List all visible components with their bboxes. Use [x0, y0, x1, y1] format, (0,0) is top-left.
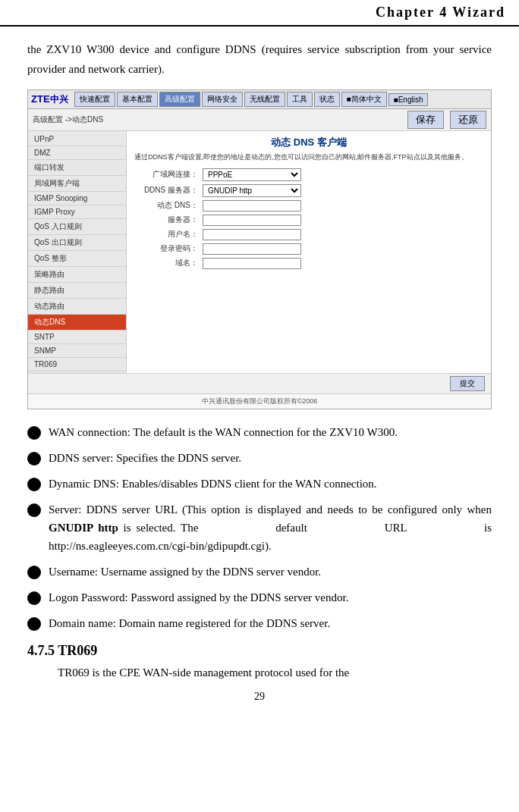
- label-password: 登录密码：: [134, 243, 203, 254]
- sidebar-item-qos-ingress[interactable]: QoS 入口规则: [28, 219, 126, 235]
- bullet-icon: [27, 426, 41, 440]
- sidebar-item-qos-shaping[interactable]: QoS 整形: [28, 251, 126, 267]
- label-ddns-server: DDNS 服务器：: [134, 185, 203, 196]
- bullet-text-logon-password: Logon Password: Password assigned by the…: [49, 588, 492, 607]
- tr069-paragraph: TR069 is the CPE WAN-side management pro…: [27, 663, 492, 683]
- router-topbar: ZTE中兴 快速配置 基本配置 高级配置 网络安全 无线配置 工具 状态 ■简体…: [28, 90, 491, 109]
- sidebar-item-port-forward[interactable]: 端口转发: [28, 160, 126, 176]
- bullet-icon: [27, 503, 41, 517]
- list-item: Username: Username assigned by the DDNS …: [27, 563, 492, 581]
- router-copyright: 中兴通讯股份有限公司版权所有©2006: [28, 393, 491, 409]
- label-wan: 广域网连接：: [134, 169, 203, 180]
- sidebar-item-qos-egress[interactable]: QoS 出口规则: [28, 235, 126, 251]
- router-logo: ZTE中兴: [31, 93, 68, 106]
- label-domain: 域名：: [134, 258, 203, 268]
- nav-status[interactable]: 状态: [314, 92, 340, 107]
- sidebar-item-sntp[interactable]: SNTP: [28, 331, 126, 344]
- chapter-title: Chapter 4 Wizard: [376, 5, 505, 20]
- form-row-password: 登录密码：: [134, 243, 483, 255]
- sidebar-item-igmp-proxy[interactable]: IGMP Proxy: [28, 205, 126, 219]
- select-wan[interactable]: PPPoE: [203, 168, 301, 181]
- form-row-username: 用户名：: [134, 229, 483, 240]
- sidebar-item-policy-routing[interactable]: 策略路由: [28, 267, 126, 283]
- input-server[interactable]: [203, 215, 301, 226]
- sidebar-item-ddns[interactable]: 动态DNS: [28, 315, 126, 331]
- select-ddns-server[interactable]: GNUDIP http: [203, 184, 301, 197]
- form-row-ddns-server: DDNS 服务器： GNUDIP http: [134, 184, 483, 197]
- sidebar-item-dmz[interactable]: DMZ: [28, 146, 126, 160]
- label-dynamic-dns: 动态 DNS：: [134, 200, 203, 211]
- form-row-domain: 域名：: [134, 258, 483, 269]
- input-password[interactable]: [203, 243, 301, 255]
- form-row-dynamic-dns: 动态 DNS：: [134, 200, 483, 212]
- bullet-icon: [27, 566, 41, 579]
- nav-tools[interactable]: 工具: [287, 92, 313, 107]
- input-username[interactable]: [203, 229, 301, 240]
- sidebar-item-igmp-snooping[interactable]: IGMP Snooping: [28, 192, 126, 205]
- router-footer: 提交: [28, 373, 491, 393]
- page-header: Chapter 4 Wizard: [0, 0, 519, 27]
- label-username: 用户名：: [134, 229, 203, 240]
- bullet-text-ddns-server: DDNS server: Specifies the DDNS server.: [49, 449, 492, 467]
- bullet-icon: [27, 617, 41, 631]
- input-dynamic-dns[interactable]: [203, 200, 301, 212]
- nav-english[interactable]: ■English: [388, 93, 429, 106]
- bullet-text-domain-name: Domain name: Domain name registered for …: [49, 614, 492, 632]
- sidebar-item-lan-client[interactable]: 局域网客户端: [28, 176, 126, 192]
- bullet-icon: [27, 591, 41, 605]
- label-server: 服务器：: [134, 215, 203, 225]
- form-row-wan: 广域网连接： PPPoE: [134, 168, 483, 181]
- nav-quick-config[interactable]: 快速配置: [74, 92, 115, 107]
- form-title: 动态 DNS 客户端: [134, 136, 483, 149]
- router-screenshot: ZTE中兴 快速配置 基本配置 高级配置 网络安全 无线配置 工具 状态 ■简体…: [27, 89, 492, 409]
- bullet-list: WAN connection: The default is the WAN c…: [27, 423, 492, 632]
- logo-bavo: 中兴: [50, 94, 68, 105]
- router-main: UPnP DMZ 端口转发 局域网客户端 IGMP Snooping IGMP …: [28, 131, 491, 373]
- router-form: 动态 DNS 客户端 通过DDNS客户端设置,即使您的地址是动态的,您也可以访问…: [127, 131, 491, 373]
- save-button[interactable]: 保存: [407, 111, 444, 129]
- sidebar-item-snmp[interactable]: SNMP: [28, 344, 126, 358]
- bullet-text-dynamic-dns: Dynamic DNS: Enables/disables DDNS clien…: [49, 475, 492, 493]
- list-item: Dynamic DNS: Enables/disables DDNS clien…: [27, 475, 492, 493]
- page-number: 29: [0, 683, 519, 706]
- submit-button[interactable]: 提交: [450, 376, 485, 391]
- intro-paragraph: the ZXV10 W300 device and configure DDNS…: [27, 40, 492, 79]
- nav-chinese[interactable]: ■简体中文: [341, 92, 387, 107]
- nav-advanced-config[interactable]: 高级配置: [159, 92, 200, 107]
- list-item: Server: DDNS server URL (This option is …: [27, 500, 492, 555]
- form-row-server: 服务器：: [134, 215, 483, 226]
- bullet-icon: [27, 452, 41, 466]
- bullet-text-server: Server: DDNS server URL (This option is …: [49, 500, 492, 555]
- nav-network-security[interactable]: 网络安全: [202, 92, 243, 107]
- sidebar-item-tr069[interactable]: TR069: [28, 358, 126, 372]
- section-heading: 4.7.5 TR069: [27, 643, 492, 659]
- bullet-text-username: Username: Username assigned by the DDNS …: [49, 563, 492, 581]
- router-sidebar: UPnP DMZ 端口转发 局域网客户端 IGMP Snooping IGMP …: [28, 131, 127, 373]
- cancel-button[interactable]: 还原: [450, 111, 486, 129]
- list-item: Logon Password: Password assigned by the…: [27, 588, 492, 607]
- bullet-text-wan: WAN connection: The default is the WAN c…: [49, 423, 492, 441]
- list-item: DDNS server: Specifies the DDNS server.: [27, 449, 492, 467]
- page-content: the ZXV10 W300 device and configure DDNS…: [0, 27, 519, 683]
- router-secondbar: 高级配置 ->动态DNS 保存 还原: [28, 109, 491, 131]
- sidebar-item-upnp[interactable]: UPnP: [28, 133, 126, 146]
- sidebar-item-static-routing[interactable]: 静态路由: [28, 283, 126, 299]
- form-description: 通过DDNS客户端设置,即使您的地址是动态的,您也可以访问您自己的网站,邮件服务…: [134, 152, 483, 162]
- bold-gnudip: GNUDIP http: [49, 522, 118, 534]
- bullet-icon: [27, 478, 41, 491]
- list-item: Domain name: Domain name registered for …: [27, 614, 492, 632]
- nav-wireless-config[interactable]: 无线配置: [244, 92, 285, 107]
- sidebar-item-dynamic-routing[interactable]: 动态路由: [28, 299, 126, 315]
- logo-zte: ZTE: [31, 93, 50, 105]
- breadcrumb: 高级配置 ->动态DNS: [33, 114, 103, 125]
- nav-basic-config[interactable]: 基本配置: [117, 92, 158, 107]
- list-item: WAN connection: The default is the WAN c…: [27, 423, 492, 441]
- input-domain[interactable]: [203, 258, 301, 269]
